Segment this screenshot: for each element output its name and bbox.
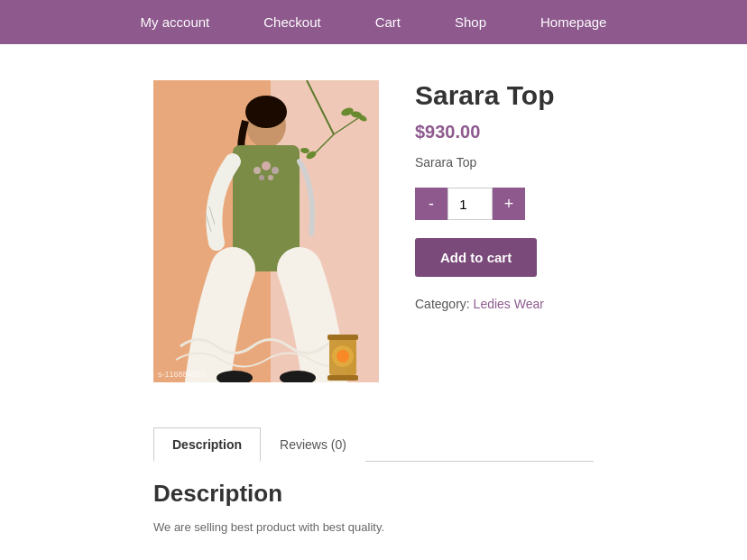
- product-title: Sarara Top: [415, 80, 657, 111]
- svg-point-16: [259, 175, 264, 180]
- tab-description[interactable]: Description: [153, 427, 261, 462]
- svg-point-24: [337, 350, 349, 363]
- product-name-label: Sarara Top: [415, 155, 657, 170]
- description-heading: Description: [153, 480, 594, 508]
- quantity-control: - +: [415, 188, 657, 220]
- product-image: s-116884303: [153, 80, 379, 382]
- tab-reviews[interactable]: Reviews (0): [261, 427, 365, 462]
- product-details: Sarara Top $930.00 Sarara Top - + Add to…: [415, 80, 657, 311]
- quantity-increase-button[interactable]: +: [493, 188, 525, 220]
- nav-shop[interactable]: Shop: [455, 14, 486, 30]
- svg-point-11: [245, 96, 287, 128]
- nav-cart[interactable]: Cart: [375, 14, 401, 30]
- tabs-section: Description Reviews (0) Description We a…: [0, 409, 747, 537]
- svg-rect-22: [327, 375, 358, 381]
- add-to-cart-button[interactable]: Add to cart: [415, 238, 537, 277]
- product-price: $930.00: [415, 122, 657, 142]
- svg-point-13: [262, 161, 271, 170]
- tabs-bar: Description Reviews (0): [153, 427, 594, 462]
- category-prefix: Category:: [415, 297, 470, 311]
- description-text: We are selling best product with best qu…: [153, 519, 594, 537]
- svg-point-17: [268, 175, 273, 180]
- svg-point-15: [272, 167, 279, 174]
- main-nav: My account Checkout Cart Shop Homepage: [0, 0, 747, 44]
- nav-my-account[interactable]: My account: [141, 14, 210, 30]
- svg-point-14: [254, 167, 261, 174]
- quantity-decrease-button[interactable]: -: [415, 188, 447, 220]
- svg-rect-21: [327, 335, 358, 340]
- quantity-input[interactable]: [447, 188, 493, 220]
- category-line: Category: Ledies Wear: [415, 297, 657, 311]
- nav-homepage[interactable]: Homepage: [540, 14, 606, 30]
- nav-checkout[interactable]: Checkout: [263, 14, 320, 30]
- product-image-wrapper: s-116884303: [153, 80, 379, 382]
- category-link[interactable]: Ledies Wear: [474, 297, 544, 311]
- product-section: s-116884303 Sarara Top $930.00 Sarara To…: [0, 44, 747, 409]
- svg-text:s-116884303: s-116884303: [158, 370, 206, 379]
